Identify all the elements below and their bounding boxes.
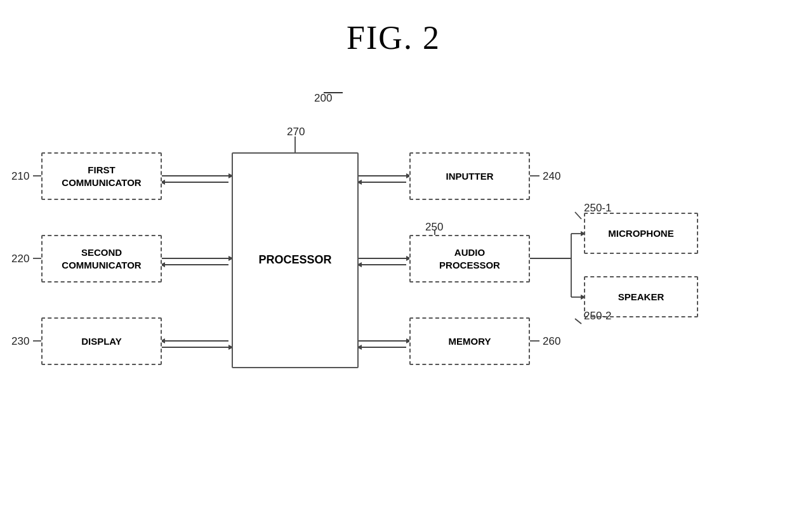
label-200: 200 (314, 92, 332, 105)
label-270: 270 (287, 126, 305, 138)
audio-processor-box: AUDIO PROCESSOR (409, 235, 530, 283)
ref-250-2: 250-2 (584, 310, 611, 323)
page-title: FIG. 2 (0, 0, 787, 57)
diagram: 200 270 PROCESSOR FIRST COMMUNICATOR SEC… (0, 89, 787, 532)
ref-250: 250 (425, 221, 443, 234)
memory-box: MEMORY (409, 317, 530, 365)
display-box: DISPLAY (41, 317, 162, 365)
ref-220: 220 (11, 253, 29, 265)
ref-260: 260 (543, 335, 560, 348)
svg-line-38 (575, 319, 581, 324)
ref-230: 230 (11, 335, 29, 348)
ref-210: 210 (11, 170, 29, 183)
svg-line-0 (162, 176, 232, 260)
svg-line-37 (575, 212, 581, 219)
second-communicator-box: SECOND COMMUNICATOR (41, 235, 162, 283)
microphone-box: MICROPHONE (584, 213, 698, 254)
label-200-underline (324, 92, 343, 93)
inputter-box: INPUTTER (409, 152, 530, 200)
ref-240: 240 (543, 170, 560, 183)
first-communicator-box: FIRST COMMUNICATOR (41, 152, 162, 200)
processor-box: PROCESSOR (232, 152, 359, 368)
ref-250-1: 250-1 (584, 202, 611, 215)
